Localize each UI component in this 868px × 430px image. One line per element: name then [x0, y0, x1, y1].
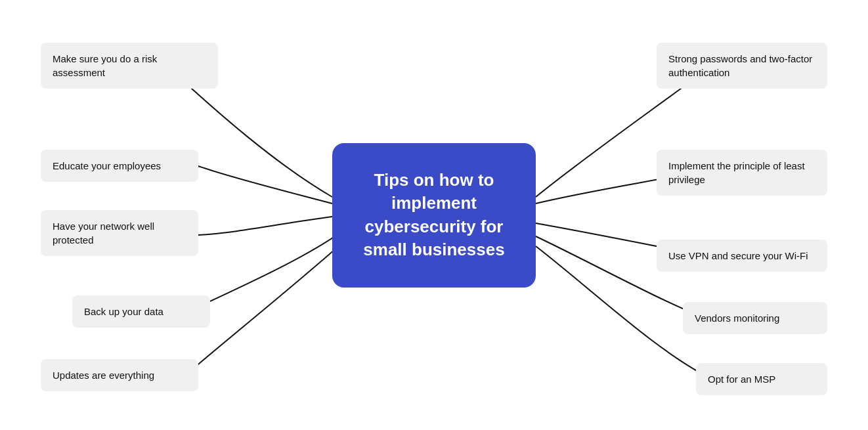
- node-least-privilege: Implement the principle of least privile…: [657, 150, 827, 196]
- node-risk-assessment: Make sure you do a risk assessment: [41, 43, 218, 89]
- node-passwords: Strong passwords and two-factor authenti…: [657, 43, 827, 89]
- mind-map-canvas: Tips on how to implement cybersecurity f…: [0, 0, 868, 430]
- node-updates-label: Updates are everything: [53, 370, 154, 381]
- node-educate-employees: Educate your employees: [41, 150, 198, 182]
- node-risk-label: Make sure you do a risk assessment: [53, 53, 157, 78]
- node-educate-label: Educate your employees: [53, 160, 161, 171]
- node-backup-data: Back up your data: [72, 295, 210, 328]
- node-vendors-label: Vendors monitoring: [695, 312, 779, 324]
- node-network-protected: Have your network well protected: [41, 210, 198, 256]
- node-vpn-label: Use VPN and secure your Wi-Fi: [668, 250, 808, 261]
- node-network-label: Have your network well protected: [53, 221, 154, 246]
- center-title: Tips on how to implement cybersecurity f…: [345, 169, 523, 261]
- node-updates: Updates are everything: [41, 359, 198, 391]
- center-node: Tips on how to implement cybersecurity f…: [332, 143, 536, 288]
- node-msp-label: Opt for an MSP: [708, 374, 775, 385]
- node-backup-label: Back up your data: [84, 306, 163, 317]
- node-vpn: Use VPN and secure your Wi-Fi: [657, 240, 827, 272]
- node-vendors-monitoring: Vendors monitoring: [683, 302, 827, 334]
- node-msp: Opt for an MSP: [696, 363, 827, 395]
- node-passwords-label: Strong passwords and two-factor authenti…: [668, 53, 812, 78]
- node-privilege-label: Implement the principle of least privile…: [668, 160, 805, 185]
